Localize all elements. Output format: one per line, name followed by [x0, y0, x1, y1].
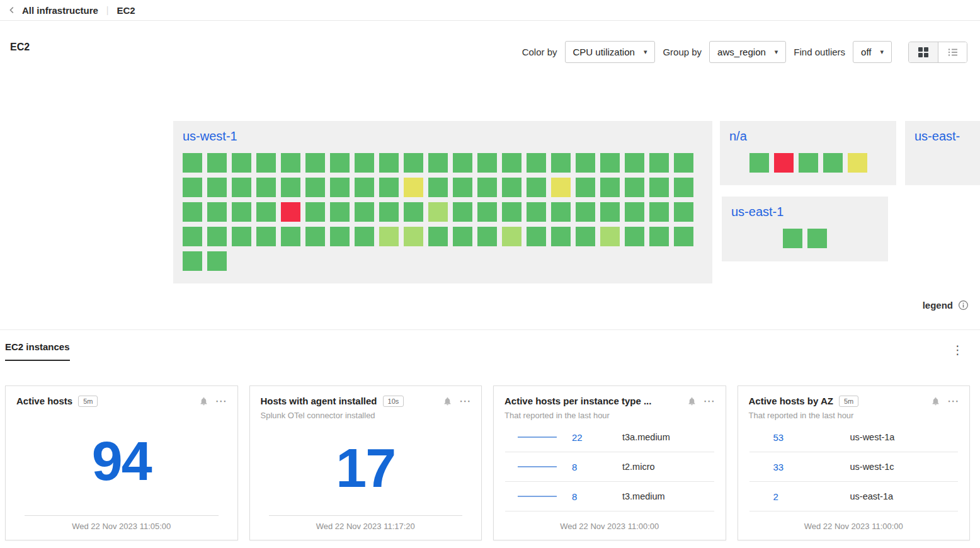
heatmap-cell[interactable]: [502, 153, 521, 173]
heatmap-cell[interactable]: [749, 153, 769, 173]
heatmap-cell[interactable]: [355, 227, 374, 246]
color-by-select[interactable]: CPU utilization ▾: [565, 41, 656, 63]
heatmap-cell[interactable]: [183, 202, 202, 222]
heatmap-cell[interactable]: [183, 227, 202, 246]
heatmap-cell[interactable]: [281, 227, 300, 246]
heatmap-cell[interactable]: [428, 202, 448, 222]
heatmap-cell[interactable]: [774, 153, 794, 173]
heatmap-cell[interactable]: [502, 227, 521, 246]
heatmap-cell[interactable]: [674, 153, 693, 173]
heatmap-group-title[interactable]: us-east-: [914, 128, 980, 144]
find-outliers-select[interactable]: off ▾: [853, 41, 892, 63]
heatmap-cell[interactable]: [600, 178, 620, 197]
heatmap-cell[interactable]: [355, 153, 374, 173]
heatmap-cell[interactable]: [281, 153, 300, 173]
more-options-icon[interactable]: ⋯: [946, 395, 960, 407]
heatmap-cell[interactable]: [625, 202, 644, 222]
heatmap-cell[interactable]: [232, 178, 251, 197]
heatmap-cell[interactable]: [305, 178, 325, 197]
heatmap-cell[interactable]: [551, 178, 571, 197]
heatmap-cell[interactable]: [207, 227, 227, 246]
heatmap-cell[interactable]: [379, 153, 399, 173]
heatmap-cell[interactable]: [502, 178, 521, 197]
list-view-button[interactable]: [938, 42, 967, 62]
heatmap-cell[interactable]: [576, 202, 595, 222]
heatmap-cell[interactable]: [576, 227, 595, 246]
heatmap-cell[interactable]: [600, 153, 620, 173]
info-icon[interactable]: [958, 300, 969, 311]
heatmap-cell[interactable]: [502, 202, 521, 222]
heatmap-cell[interactable]: [823, 153, 843, 173]
heatmap-cell[interactable]: [453, 227, 472, 246]
heatmap-cell[interactable]: [527, 227, 546, 246]
heatmap-cell[interactable]: [379, 202, 399, 222]
heatmap-cell[interactable]: [404, 202, 423, 222]
heatmap-cell[interactable]: [527, 202, 546, 222]
heatmap-cell[interactable]: [527, 153, 546, 173]
heatmap-cell[interactable]: [281, 202, 300, 222]
heatmap-cell[interactable]: [305, 153, 325, 173]
heatmap-cell[interactable]: [207, 202, 227, 222]
heatmap-cell[interactable]: [404, 178, 423, 197]
heatmap-cell[interactable]: [477, 153, 497, 173]
bell-icon[interactable]: [199, 396, 208, 406]
kebab-menu-icon[interactable]: ⋮: [947, 341, 969, 358]
heatmap-cell[interactable]: [674, 202, 693, 222]
heatmap-cell[interactable]: [305, 202, 325, 222]
heatmap-cell[interactable]: [600, 202, 620, 222]
heatmap-cell[interactable]: [281, 178, 300, 197]
heatmap-cell[interactable]: [183, 178, 202, 197]
bell-icon[interactable]: [931, 396, 940, 406]
heatmap-cell[interactable]: [453, 153, 472, 173]
heatmap-cell[interactable]: [404, 227, 423, 246]
tab-ec2-instances[interactable]: EC2 instances: [5, 341, 70, 361]
heatmap-cell[interactable]: [848, 153, 867, 173]
group-by-select[interactable]: aws_region ▾: [709, 41, 786, 63]
heatmap-cell[interactable]: [428, 227, 448, 246]
heatmap-cell[interactable]: [330, 178, 350, 197]
heatmap-cell[interactable]: [404, 153, 423, 173]
heatmap-cell[interactable]: [477, 227, 497, 246]
heatmap-cell[interactable]: [256, 227, 276, 246]
heatmap-group-title[interactable]: n/a: [729, 128, 887, 144]
breadcrumb-root[interactable]: All infrastructure: [22, 5, 98, 16]
grid-view-button[interactable]: [909, 42, 938, 62]
heatmap-cell[interactable]: [551, 227, 571, 246]
more-options-icon[interactable]: ⋯: [702, 395, 717, 407]
heatmap-cell[interactable]: [428, 153, 448, 173]
bell-icon[interactable]: [443, 396, 452, 406]
heatmap-cell[interactable]: [207, 153, 227, 173]
heatmap-cell[interactable]: [799, 153, 818, 173]
heatmap-cell[interactable]: [379, 227, 399, 246]
heatmap-cell[interactable]: [783, 229, 802, 248]
heatmap-cell[interactable]: [232, 227, 251, 246]
bell-icon[interactable]: [687, 396, 697, 406]
heatmap-cell[interactable]: [477, 178, 497, 197]
heatmap-cell[interactable]: [330, 202, 350, 222]
heatmap-cell[interactable]: [625, 178, 644, 197]
heatmap-cell[interactable]: [256, 153, 276, 173]
heatmap-cell[interactable]: [551, 202, 571, 222]
heatmap-cell[interactable]: [576, 178, 595, 197]
heatmap-cell[interactable]: [477, 202, 497, 222]
back-chevron-icon[interactable]: [8, 6, 16, 14]
heatmap-cell[interactable]: [576, 153, 595, 173]
heatmap-cell[interactable]: [551, 153, 571, 173]
more-options-icon[interactable]: ⋯: [458, 395, 472, 407]
heatmap-cell[interactable]: [649, 153, 669, 173]
heatmap-group-title[interactable]: us-east-1: [731, 203, 879, 220]
heatmap-cell[interactable]: [256, 202, 276, 222]
heatmap-cell[interactable]: [330, 227, 350, 246]
heatmap-cell[interactable]: [183, 153, 202, 173]
heatmap-cell[interactable]: [355, 178, 374, 197]
heatmap-cell[interactable]: [674, 227, 693, 246]
heatmap-cell[interactable]: [183, 251, 202, 271]
heatmap-cell[interactable]: [674, 178, 693, 197]
heatmap-cell[interactable]: [807, 229, 827, 248]
more-options-icon[interactable]: ⋯: [214, 395, 229, 407]
heatmap-cell[interactable]: [625, 153, 644, 173]
heatmap-cell[interactable]: [649, 178, 669, 197]
heatmap-cell[interactable]: [207, 251, 227, 271]
heatmap-cell[interactable]: [600, 227, 620, 246]
heatmap-cell[interactable]: [649, 227, 669, 246]
